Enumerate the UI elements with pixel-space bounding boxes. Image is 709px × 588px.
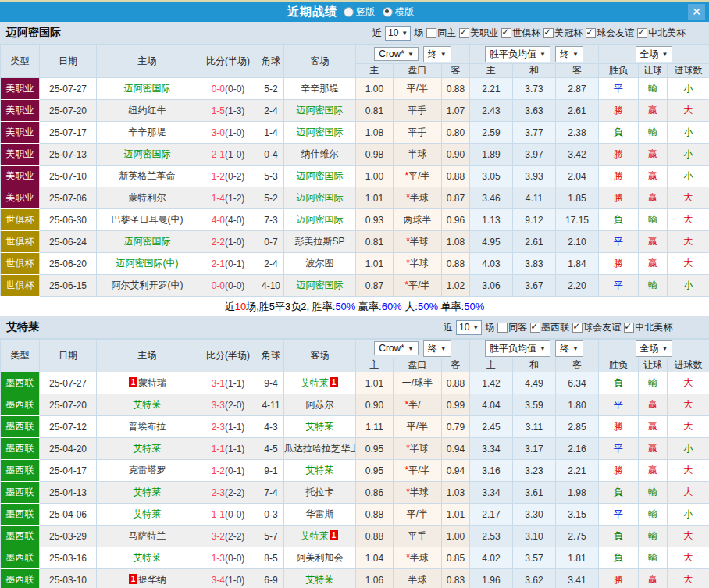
odds-away: 0.88 [442,78,470,100]
result-goals: 大 [668,569,709,588]
column-header-日期: 日期 [40,340,97,372]
avg-home: 3.06 [470,275,513,297]
match-row: 墨西联25-03-29马萨特兰3-2(2-2)5-7艾特莱10.88平手1.00… [1,526,709,547]
away-team-cell: 彭美拉斯SP [284,231,356,253]
filter-checkbox-中北美杯[interactable]: 中北美杯 [624,321,672,334]
match-date: 25-04-06 [40,504,97,526]
home-team-cell: 迈阿密国际 [97,78,198,100]
games-count-select[interactable]: 10▼ [385,26,411,41]
filter-controls: 近10▼场同主美职业世俱杯美冠杯球会友谊中北美杯 [372,22,686,44]
red-card-badge: 1 [330,377,338,387]
corners-cell: 9-4 [258,372,284,394]
odds-away: 0.99 [442,394,470,416]
match-row: 墨西联25-07-271蒙特瑞3-1(1-1)9-4艾特莱11.01一/球半0.… [1,372,709,394]
scope-select[interactable]: 全场▼ [636,46,673,62]
half-time-score: (1-1) [225,378,244,389]
odds-source-select-value: Crow* [379,343,404,354]
result-wdl: 負 [599,482,639,504]
result-wdl: 平 [599,275,639,297]
home-team-name: 艾特莱 [134,443,162,454]
avg-away: 6.34 [556,372,599,394]
score-cell: 2-3(2-2) [198,482,258,504]
half-time-score: (1-0) [225,149,244,160]
column-header-日期: 日期 [40,45,97,78]
match-date: 25-03-16 [40,547,97,569]
record-summary: 近10场,胜5平3负2, 胜率:50% 赢率:60% 大:50% 单率:50% [0,297,709,316]
full-time-score: 3-3 [212,400,225,411]
subcolumn-header-进球数: 进球数 [668,358,709,372]
odds-source-select[interactable]: Crow*▼ [374,47,419,61]
filter-checkbox-美职业[interactable]: 美职业 [459,27,498,40]
avg-home: 2.53 [470,526,513,547]
avg-final-select[interactable]: 终▼ [555,46,583,62]
scope-select[interactable]: 全场▼ [636,340,673,357]
league-type-cell: 墨西联 [1,482,40,504]
avg-home: 2.21 [470,78,513,100]
avg-home: 4.02 [470,547,513,569]
home-team-name: 迈阿密国际 [124,83,171,94]
odds-away: 0.85 [442,547,470,569]
filter-checkbox-球会友谊[interactable]: 球会友谊 [586,27,634,40]
away-team-name: 艾特莱 [306,421,334,432]
match-row: 美职业25-07-27迈阿密国际0-0(0-0)5-2辛辛那堤1.00平/半0.… [1,78,709,100]
red-card-badge: 1 [129,574,137,584]
corners-cell: 4-11 [258,394,284,416]
full-time-score: 3-0 [212,127,225,138]
subcolumn-header-盘口: 盘口 [394,358,442,372]
odds-final-select[interactable]: 终▼ [423,46,451,62]
avg-home: 2.45 [470,416,513,438]
match-date: 25-03-29 [40,526,97,547]
away-team-name: 艾特莱 [301,377,329,388]
filter-checkbox-中北美杯[interactable]: 中北美杯 [637,27,686,40]
odds-final-select[interactable]: 终▼ [423,340,451,357]
radio-horizontal-layout[interactable]: 横版 [383,5,414,19]
radio-icon [344,7,354,17]
filter-checkbox-世俱杯[interactable]: 世俱杯 [501,27,540,40]
filter-checkbox-球会友谊[interactable]: 球会友谊 [572,321,621,334]
result-handicap: 贏 [639,416,668,438]
odds-home: 1.06 [356,569,394,588]
match-date: 25-07-13 [40,144,97,166]
handicap-cell: 一/球半 [394,372,442,394]
league-type-cell: 墨西联 [1,416,40,438]
filter-checkbox-同客[interactable]: 同客 [497,321,527,334]
odds-home: 0.93 [356,209,394,231]
avg-draw: 3.77 [513,122,556,144]
radio-vertical-layout[interactable]: 竖版 [344,5,375,19]
away-team-name: 纳什维尔 [301,148,339,159]
team-name: 艾特莱 [0,320,39,334]
odds-away: 0.96 [442,209,470,231]
handicap-cell: 平手 [394,100,442,122]
home-team-cell: 巴黎圣日耳曼(中) [97,209,198,231]
result-wdl: 勝 [599,187,639,209]
subcolumn-header-胜负: 胜负 [599,358,639,372]
away-team-name: 迈阿密国际 [297,105,344,116]
filter-checkbox-美冠杯[interactable]: 美冠杯 [543,27,583,40]
avg-select[interactable]: 胜平负均值▼ [485,46,550,62]
odds-away: 0.80 [442,122,470,144]
away-team-cell: 迈阿密国际 [284,122,356,144]
filter-checkbox-墨西联[interactable]: 墨西联 [530,321,569,334]
games-count-select[interactable]: 10▼ [456,320,482,335]
odds-home: 1.01 [356,372,394,394]
home-team-name: 提华纳 [138,574,166,585]
match-date: 25-07-20 [40,394,97,416]
avg-select[interactable]: 胜平负均值▼ [485,340,550,357]
filter-checkbox-同主[interactable]: 同主 [426,27,456,40]
away-team-cell: 迈阿密国际 [284,275,356,297]
result-handicap: 輸 [639,122,668,144]
summary-segment: 单率: [438,301,464,312]
summary-segment: 场,胜5平3负2, 胜率: [246,301,335,312]
match-date: 25-07-10 [40,166,97,187]
home-team-cell: 迈阿密国际(中) [97,253,198,275]
column-header-客场: 客场 [284,340,356,372]
league-type-cell: 美职业 [1,144,40,166]
odds-source-select[interactable]: Crow*▼ [374,341,419,355]
odds-away: 0.87 [442,187,470,209]
avg-draw: 4.11 [513,187,556,209]
subcolumn-header-主: 主 [470,358,513,372]
home-team-cell: 迈阿密国际 [97,231,198,253]
handicap-cell: 两球半 [394,209,442,231]
avg-final-select[interactable]: 终▼ [555,340,583,357]
close-icon[interactable]: ✕ [688,4,705,20]
